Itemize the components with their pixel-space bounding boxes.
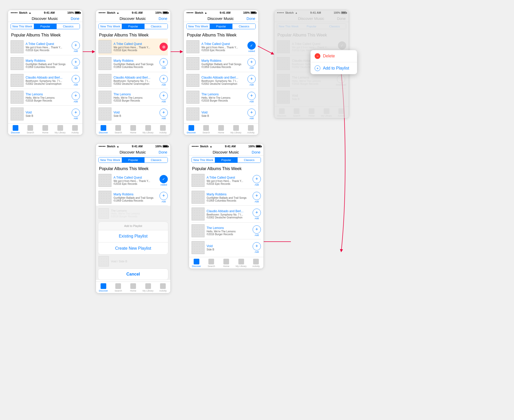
segment-classics-5[interactable]: Classics — [145, 157, 168, 163]
segment-popular-1[interactable]: Popular — [34, 24, 57, 29]
segment-classics-6[interactable]: Classics — [238, 157, 261, 163]
tab-activity-5[interactable]: Activity — [155, 283, 170, 292]
segment-popular-5[interactable]: Popular — [122, 157, 145, 163]
tab-library-5[interactable]: My Library — [141, 283, 156, 292]
tab-discover-3[interactable]: Discover — [184, 125, 199, 134]
album-subtitle-2-3: Beethoven: Symphony No. 7 I... — [114, 80, 157, 82]
nav-bar-5: Discover Music Done — [96, 148, 170, 156]
phone-6: ●●●●● Sketch ▲ 9:41 AM 100% Discover Mus… — [189, 143, 264, 269]
album-art-1-2 — [11, 57, 24, 70]
tab-search-6[interactable]: Search — [204, 259, 219, 268]
album-row-2-4: The Lemons Hello, We're The Lemons ©2016… — [99, 89, 168, 106]
action-sheet-cancel-5[interactable]: Cancel — [98, 269, 168, 280]
tab-search-3[interactable]: Search — [199, 125, 214, 134]
tab-library-3[interactable]: My Library — [229, 125, 244, 134]
add-button-6-3[interactable]: + — [253, 209, 261, 217]
done-button-3[interactable]: Done — [247, 17, 255, 21]
done-button-6[interactable]: Done — [252, 150, 260, 154]
tab-discover-1[interactable]: Discover — [8, 125, 23, 134]
tab-search-2[interactable]: Search — [111, 125, 126, 134]
segment-popular-3[interactable]: Popular — [210, 24, 233, 29]
tab-activity-6[interactable]: Activity — [248, 259, 263, 268]
signal-dots-1: ●●●●● — [11, 11, 18, 14]
segment-classics-3[interactable]: Classics — [232, 24, 255, 29]
segment-new-3[interactable]: New This Week — [187, 24, 210, 29]
tab-library-label-3: My Library — [231, 131, 241, 134]
tab-activity-3[interactable]: Activity — [243, 125, 258, 134]
tab-home-5[interactable]: Home — [126, 283, 141, 292]
tab-search-5[interactable]: Search — [111, 283, 126, 292]
add-button-2-4[interactable]: + — [160, 92, 168, 100]
add-button-1-2[interactable]: + — [72, 58, 80, 66]
activity-icon-6 — [253, 259, 259, 264]
tab-home-2[interactable]: Home — [126, 125, 141, 134]
segment-control-6[interactable]: New This Week Popular Classics — [192, 157, 261, 163]
add-button-1-1[interactable]: + — [72, 41, 80, 50]
add-button-5-2[interactable]: + — [160, 192, 168, 200]
add-button-6-2[interactable]: + — [253, 192, 261, 200]
add-playlist-label: Add to Playlist — [323, 66, 349, 71]
tab-home-label-5: Home — [130, 289, 136, 292]
search-icon-3 — [203, 125, 209, 131]
tab-search-label-2: Search — [115, 131, 122, 134]
album-title-2-3: Claudio Abbado and Berl... — [114, 76, 157, 79]
segment-classics-2[interactable]: Classics — [145, 24, 168, 29]
tab-search-1[interactable]: Search — [23, 125, 38, 134]
tab-home-3[interactable]: Home — [214, 125, 229, 134]
album-subtitle-3-3: Beethoven: Symphony No. 7 I... — [201, 80, 245, 82]
added-button-5-1[interactable]: ✓ — [160, 175, 168, 183]
status-bar-3: ●●●●● Sketch ▲ 9:41 AM 100% — [184, 10, 258, 15]
segment-popular-6[interactable]: Popular — [215, 157, 238, 163]
segment-new-6[interactable]: New This Week — [192, 157, 215, 163]
add-button-3-2[interactable]: + — [247, 58, 256, 66]
tab-activity-2[interactable]: Activity — [155, 125, 170, 134]
segment-popular-2[interactable]: Popular — [122, 24, 145, 29]
segment-control-2[interactable]: New This Week Popular Classics — [99, 24, 168, 29]
tab-discover-6[interactable]: Discover — [189, 259, 204, 268]
activity-icon-2 — [160, 125, 166, 131]
add-button-2-3[interactable]: + — [160, 75, 168, 83]
action-sheet-existing-5[interactable]: Existing Playlist — [98, 230, 168, 242]
tab-library-6[interactable]: My Library — [234, 259, 249, 268]
segment-new-2[interactable]: New This Week — [99, 24, 122, 29]
tab-activity-label-5: Activity — [159, 289, 167, 292]
segment-classics-1[interactable]: Classics — [57, 24, 80, 29]
add-button-3-5[interactable]: + — [247, 109, 256, 117]
added-button-3-1[interactable]: ✓ — [247, 41, 256, 50]
album-title-1-1: A Tribe Called Quest — [26, 42, 70, 46]
add-button-2-2[interactable]: + — [160, 58, 168, 66]
tab-home-6[interactable]: Home — [219, 259, 234, 268]
add-button-1-3[interactable]: + — [72, 75, 80, 83]
segment-control-5[interactable]: New This Week Popular Classics — [99, 157, 168, 163]
tab-library-2[interactable]: My Library — [141, 125, 156, 134]
done-button-2[interactable]: Done — [159, 17, 167, 21]
add-button-6-1[interactable]: + — [253, 175, 261, 183]
tab-activity-1[interactable]: Activity — [67, 125, 82, 134]
home-icon-2 — [130, 125, 136, 131]
add-button-1-5[interactable]: + — [72, 109, 80, 117]
add-button-2-5[interactable]: + — [160, 109, 168, 117]
context-delete-item[interactable]: − Delete — [311, 50, 357, 62]
add-button-6-5[interactable]: + — [253, 242, 261, 250]
add-button-adding-2-1[interactable]: ⊗ — [160, 43, 168, 51]
tab-discover-2[interactable]: Discover — [96, 125, 111, 134]
tab-library-1[interactable]: My Library — [53, 125, 68, 134]
segment-new-1[interactable]: New This Week — [11, 24, 34, 29]
add-button-3-4[interactable]: + — [247, 92, 256, 100]
album-row-6-5: Void Side B + Add — [192, 239, 261, 256]
segment-new-5[interactable]: New This Week — [99, 157, 122, 163]
done-button-5[interactable]: Done — [159, 150, 167, 154]
album-subtitle-1-2: Gunfighter Ballads and Trail Songs — [26, 63, 70, 66]
add-button-1-4[interactable]: + — [72, 92, 80, 100]
done-button-1[interactable]: Done — [71, 17, 79, 21]
tab-discover-5[interactable]: Discover — [96, 283, 111, 292]
context-add-playlist-item[interactable]: + Add to Playlist — [311, 62, 357, 74]
album-title-2-2: Marty Robbins — [114, 59, 157, 63]
action-sheet-create-5[interactable]: Create New Playlist — [98, 242, 168, 254]
segment-control-3[interactable]: New This Week Popular Classics — [186, 24, 256, 29]
add-button-3-3[interactable]: + — [247, 75, 256, 83]
svg-line-2 — [258, 46, 273, 54]
add-button-6-4[interactable]: + — [253, 225, 261, 234]
segment-control-1[interactable]: New This Week Popular Classics — [11, 24, 80, 29]
tab-home-1[interactable]: Home — [38, 125, 53, 134]
